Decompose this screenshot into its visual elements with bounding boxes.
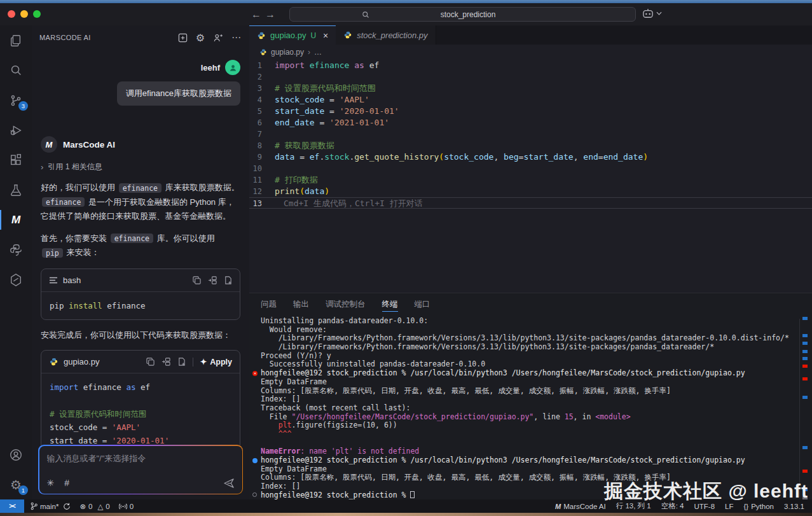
- terminal-lang-icon: [49, 277, 58, 284]
- editor-line[interactable]: 4stock_code = 'AAPL': [249, 94, 812, 106]
- panel-tab-问题[interactable]: 问题: [261, 293, 277, 315]
- inline-code-chip: pip: [42, 248, 63, 258]
- watermark: 掘金技术社区 @ leehft: [604, 478, 808, 505]
- broadcast-icon: [119, 503, 127, 510]
- tab-stock-prediction[interactable]: stock_prediction.py: [336, 25, 436, 45]
- editor-line[interactable]: 2: [249, 71, 812, 83]
- terminal-line: /Library/Frameworks/Python.framework/Ver…: [261, 334, 797, 343]
- sidebar-item-search[interactable]: [0, 55, 32, 85]
- chevron-right-icon: ›: [41, 162, 43, 172]
- marscode-icon: M: [11, 214, 20, 227]
- sidebar-item-hexagon-extension[interactable]: [0, 265, 32, 295]
- ai-assistant-menu[interactable]: [642, 8, 662, 18]
- editor-line[interactable]: 11# 打印数据: [249, 174, 812, 186]
- search-input[interactable]: [373, 10, 563, 19]
- terminal-cursor: [410, 491, 415, 498]
- copy-icon[interactable]: [193, 276, 201, 284]
- context-hash-icon[interactable]: #: [64, 478, 69, 488]
- inline-ai-hint: Cmd+I 生成代码，Ctrl+I 打开对话: [275, 198, 423, 208]
- panel-settings-icon[interactable]: ⚙: [196, 32, 205, 44]
- scroll-decoration: [802, 342, 808, 345]
- terminal-line: Traceback (most recent call last):: [261, 404, 797, 413]
- remote-indicator[interactable]: ><: [0, 499, 24, 513]
- editor-line[interactable]: 13Cmd+I 生成代码，Ctrl+I 打开对话: [249, 197, 812, 209]
- scroll-decoration: [802, 446, 808, 449]
- chat-thread: leehf 调用efinance库获取股票数据 M MarsCode AI › …: [32, 50, 249, 445]
- insert-at-cursor-icon[interactable]: [162, 358, 170, 366]
- run-debug-icon: [9, 123, 23, 137]
- sidebar-item-python[interactable]: [0, 235, 32, 265]
- panel-tab-调试控制台[interactable]: 调试控制台: [326, 293, 366, 315]
- hexagon-icon: [10, 273, 22, 287]
- navigate-back-icon[interactable]: ←: [249, 3, 263, 25]
- breadcrumb[interactable]: gupiao.py › …: [249, 45, 812, 60]
- code-line: start_date = '2020-01-01': [50, 434, 231, 445]
- more-actions-icon[interactable]: ⋯: [231, 32, 242, 43]
- insert-new-file-icon[interactable]: [224, 276, 232, 284]
- line-number: 11: [249, 174, 275, 186]
- editor-line[interactable]: 10: [249, 163, 812, 174]
- line-number: 3: [249, 83, 275, 94]
- accounts-button[interactable]: [0, 440, 32, 470]
- problems-status[interactable]: ⊗0 △0: [79, 502, 109, 511]
- editor-line[interactable]: 3# 设置股票代码和时间范围: [249, 83, 812, 94]
- reference-toggle[interactable]: › 引用 1 相关信息: [41, 162, 240, 172]
- terminal-line: Uninstalling pandas-datareader-0.10.0:: [261, 317, 797, 326]
- insert-new-file-icon[interactable]: [177, 358, 186, 366]
- search-icon: [362, 11, 369, 18]
- ports-status[interactable]: 0: [119, 503, 134, 510]
- window-controls[interactable]: [8, 10, 41, 18]
- panel-title: MARSCODE AI: [39, 34, 91, 41]
- new-chat-icon[interactable]: [178, 33, 188, 43]
- reference-label: 引用 1 相关信息: [48, 162, 102, 172]
- terminal-output[interactable]: Uninstalling pandas-datareader-0.10.0: W…: [261, 317, 797, 498]
- code-block-header: gupiao.py ✦Apply: [41, 351, 240, 373]
- terminal-error-decoration: ×: [252, 371, 258, 376]
- panel-tab-端口[interactable]: 端口: [415, 293, 430, 315]
- scroll-decoration: [802, 317, 808, 320]
- panel-tab-终端[interactable]: 终端: [382, 293, 398, 315]
- editor-line[interactable]: 1import efinance as ef: [249, 60, 812, 71]
- marscode-status[interactable]: MMarsCode AI: [555, 503, 606, 510]
- maximize-window-button[interactable]: [33, 10, 41, 18]
- line-number: 10: [249, 163, 275, 174]
- insert-at-cursor-icon[interactable]: [208, 276, 217, 284]
- scm-badge: 3: [18, 101, 28, 111]
- apply-button[interactable]: ✦Apply: [200, 357, 232, 366]
- chat-input-box[interactable]: ✳ #: [39, 446, 242, 494]
- code-editor[interactable]: 1import efinance as ef2 3# 设置股票代码和时间范围4s…: [249, 60, 812, 209]
- navigate-forward-icon[interactable]: →: [263, 3, 277, 25]
- chat-input-field[interactable]: [47, 454, 235, 463]
- scroll-decoration: [802, 350, 808, 353]
- command-center-search[interactable]: [289, 7, 636, 22]
- sidebar-item-testing[interactable]: [0, 175, 32, 205]
- minimize-window-button[interactable]: [20, 10, 28, 18]
- branch-status[interactable]: main*: [31, 502, 71, 510]
- sidebar-item-extensions[interactable]: [0, 145, 32, 175]
- branch-icon: [31, 502, 38, 510]
- copy-icon[interactable]: [146, 358, 155, 366]
- magic-command-icon[interactable]: ✳: [47, 478, 55, 488]
- python-file-icon: [343, 31, 352, 39]
- line-number: 8: [249, 140, 275, 151]
- editor-line[interactable]: 5start_date = '2020-01-01': [249, 106, 812, 117]
- terminal-line: Successfully uninstalled pandas-dataread…: [261, 360, 797, 369]
- tab-gupiao[interactable]: gupiao.py U ×: [249, 25, 336, 45]
- close-window-button[interactable]: [8, 10, 15, 18]
- editor-line[interactable]: 12print(data): [249, 186, 812, 197]
- editor-line[interactable]: 7: [249, 129, 812, 140]
- files-icon: [9, 34, 23, 48]
- panel-tab-输出[interactable]: 输出: [293, 293, 309, 315]
- sidebar-item-explorer[interactable]: [0, 25, 32, 55]
- sidebar-item-run-debug[interactable]: [0, 115, 32, 145]
- editor-line[interactable]: 9data = ef.stock.get_quote_history(stock…: [249, 151, 812, 163]
- sidebar-item-marscode-ai[interactable]: M: [0, 205, 32, 235]
- send-icon[interactable]: [224, 478, 235, 488]
- sidebar-item-source-control[interactable]: 3: [0, 85, 32, 115]
- profile-share-icon[interactable]: [213, 33, 223, 43]
- bash-code-block: bash pip install efinance: [41, 268, 240, 320]
- settings-button[interactable]: ⚙ 1: [0, 470, 32, 499]
- close-tab-icon[interactable]: ×: [323, 31, 328, 41]
- editor-line[interactable]: 8# 获取股票数据: [249, 140, 812, 151]
- editor-line[interactable]: 6end_date = '2021-01-01': [249, 117, 812, 129]
